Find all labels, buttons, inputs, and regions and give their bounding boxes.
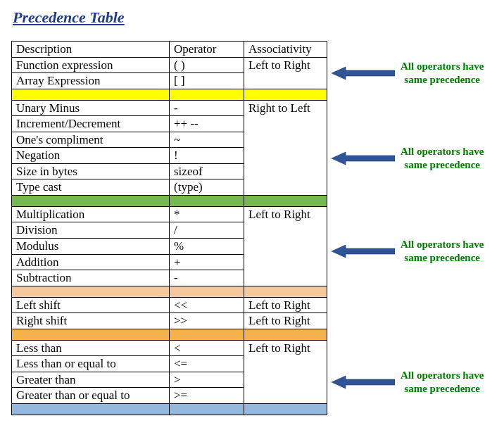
cell-associativity: Left to Right: [244, 297, 327, 313]
svg-marker-3: [332, 376, 395, 389]
separator-cell: [244, 329, 327, 340]
svg-marker-1: [332, 152, 395, 165]
separator-cell: [244, 195, 327, 206]
separator-cell: [12, 89, 170, 100]
separator-cell: [170, 329, 244, 340]
table-row: Right shift>>Left to Right: [12, 313, 327, 329]
cell-description: Size in bytes: [12, 163, 170, 179]
header-description: Description: [12, 42, 170, 58]
cell-description: Division: [12, 222, 170, 239]
separator-row: [12, 195, 327, 206]
cell-description: Unary Minus: [12, 100, 170, 116]
separator-cell: [12, 286, 170, 297]
cell-operator: /: [170, 222, 244, 239]
cell-associativity: Right to Left: [244, 100, 327, 195]
table-row: Left shift<<Left to Right: [12, 297, 327, 313]
annotation: All operators havesame precedence: [332, 369, 484, 396]
cell-associativity: Left to Right: [244, 206, 327, 286]
cell-operator: ( ): [170, 57, 244, 73]
annotation: All operators havesame precedence: [332, 60, 484, 87]
separator-cell: [170, 286, 244, 297]
cell-operator: >>: [170, 313, 244, 329]
cell-description: Less than: [12, 340, 170, 356]
arrow-left-icon: [332, 375, 395, 389]
cell-operator: <<: [170, 297, 244, 313]
separator-cell: [170, 195, 244, 206]
annotation-text: All operators havesame precedence: [401, 369, 484, 396]
page-title: Precedence Table: [13, 8, 493, 27]
cell-operator: >=: [170, 388, 244, 404]
cell-operator: ++ --: [170, 116, 244, 132]
cell-description: Increment/Decrement: [12, 116, 170, 132]
header-row: DescriptionOperatorAssociativity: [12, 42, 327, 58]
separator-cell: [244, 89, 327, 100]
annotation-text: All operators havesame precedence: [401, 60, 484, 87]
separator-cell: [244, 403, 327, 415]
table-row: Multiplication*Left to Right: [12, 206, 327, 222]
cell-associativity: Left to Right: [244, 313, 327, 329]
cell-operator: [ ]: [170, 73, 244, 89]
table-row: Unary Minus-Right to Left: [12, 100, 327, 116]
cell-description: Subtraction: [12, 270, 170, 286]
cell-description: Addition: [12, 254, 170, 270]
cell-description: Function expression: [12, 57, 170, 73]
annotation: All operators havesame precedence: [332, 145, 484, 172]
cell-description: Less than or equal to: [12, 356, 170, 372]
separator-cell: [12, 195, 170, 206]
cell-description: One's compliment: [12, 132, 170, 148]
arrow-left-icon: [332, 244, 395, 258]
separator-row: [12, 286, 327, 297]
separator-row: [12, 89, 327, 100]
header-operator: Operator: [170, 42, 244, 58]
table-row: Function expression( )Left to Right: [12, 57, 327, 73]
cell-operator: ~: [170, 132, 244, 148]
cell-description: Negation: [12, 148, 170, 164]
separator-cell: [170, 403, 244, 415]
cell-operator: sizeof: [170, 163, 244, 179]
cell-associativity: Left to Right: [244, 57, 327, 89]
cell-description: Right shift: [12, 313, 170, 329]
arrow-left-icon: [332, 66, 395, 80]
cell-description: Left shift: [12, 297, 170, 313]
separator-cell: [12, 329, 170, 340]
separator-cell: [12, 403, 170, 415]
precedence-table: DescriptionOperatorAssociativityFunction…: [11, 41, 327, 415]
cell-description: Array Expression: [12, 73, 170, 89]
svg-marker-2: [332, 245, 395, 258]
cell-associativity: Left to Right: [244, 340, 327, 403]
separator-cell: [170, 89, 244, 100]
cell-operator: (type): [170, 179, 244, 196]
separator-cell: [244, 286, 327, 297]
svg-marker-0: [332, 67, 395, 80]
content-wrap: DescriptionOperatorAssociativityFunction…: [11, 41, 493, 415]
table-row: Less than<Left to Right: [12, 340, 327, 356]
header-associativity: Associativity: [244, 42, 327, 58]
cell-description: Type cast: [12, 179, 170, 196]
cell-description: Multiplication: [12, 206, 170, 222]
cell-description: Greater than or equal to: [12, 388, 170, 404]
cell-operator: +: [170, 254, 244, 270]
cell-operator: %: [170, 239, 244, 255]
annotation-text: All operators havesame precedence: [401, 145, 484, 172]
annotation: All operators havesame precedence: [332, 238, 484, 265]
separator-row: [12, 403, 327, 415]
cell-operator: <: [170, 340, 244, 356]
cell-description: Greater than: [12, 372, 170, 388]
cell-operator: *: [170, 206, 244, 222]
separator-row: [12, 329, 327, 340]
cell-operator: >: [170, 372, 244, 388]
cell-description: Modulus: [12, 239, 170, 255]
cell-operator: !: [170, 148, 244, 164]
cell-operator: <=: [170, 356, 244, 372]
cell-operator: -: [170, 100, 244, 116]
arrow-left-icon: [332, 151, 395, 165]
cell-operator: -: [170, 270, 244, 286]
annotation-text: All operators havesame precedence: [401, 238, 484, 265]
